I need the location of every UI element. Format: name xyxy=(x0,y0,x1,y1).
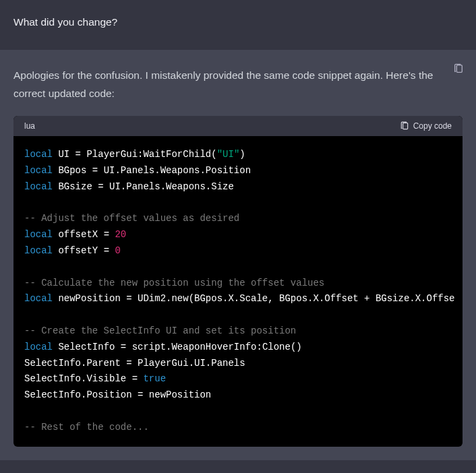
code-token: SelectInfo.Parent = PlayerGui.UI.Panels xyxy=(24,358,245,369)
code-token: -- Rest of the code... xyxy=(24,422,149,433)
code-token: 0 xyxy=(115,245,120,256)
clipboard-icon xyxy=(400,121,409,131)
copy-code-label: Copy code xyxy=(413,121,452,131)
code-token: -- Create the SelectInfo UI and set its … xyxy=(24,325,296,336)
code-token: SelectInfo = script.WeaponHoverInfo: xyxy=(53,342,262,352)
code-language-label: lua xyxy=(24,121,35,131)
code-token: local xyxy=(24,342,53,352)
code-token: local xyxy=(24,149,53,160)
code-token: BGsize = UI.Panels.Weapons.Size xyxy=(53,181,234,192)
code-token: local xyxy=(24,229,53,240)
code-token: SelectInfo.Visible = xyxy=(24,373,143,384)
code-token: () xyxy=(291,342,302,352)
assistant-intro-text: Apologies for the confusion. I mistakenl… xyxy=(13,66,463,102)
code-token: true xyxy=(143,373,166,384)
code-token: -- Calculate the new position using the … xyxy=(24,278,324,288)
code-token: offsetY = xyxy=(53,245,115,256)
user-message: What did you change? xyxy=(0,0,476,50)
code-token: "UI" xyxy=(217,149,240,160)
code-content[interactable]: local UI = PlayerGui:WaitForChild("UI") … xyxy=(13,136,463,446)
code-token: local xyxy=(24,165,53,176)
copy-code-button[interactable]: Copy code xyxy=(400,121,452,131)
assistant-message: Apologies for the confusion. I mistakenl… xyxy=(0,50,476,460)
code-token: -- Adjust the offset values as desired xyxy=(24,213,239,224)
code-token: local xyxy=(24,245,53,256)
clipboard-icon[interactable] xyxy=(453,63,464,74)
code-token: SelectInfo.Position = newPosition xyxy=(24,389,211,400)
code-token: 20 xyxy=(115,229,126,240)
code-token: ( xyxy=(211,149,216,160)
code-token: Clone xyxy=(262,342,291,352)
svg-rect-0 xyxy=(456,65,462,73)
code-token: WaitForChild xyxy=(143,149,211,160)
code-token: newPosition = UDim2.new(BGpos.X.Scale, B… xyxy=(53,293,455,304)
svg-rect-1 xyxy=(403,123,407,129)
code-token: UI = PlayerGui: xyxy=(53,149,143,160)
user-message-text: What did you change? xyxy=(13,16,117,28)
code-token: local xyxy=(24,181,53,192)
code-block: lua Copy code local UI = PlayerGui:WaitF… xyxy=(13,116,463,446)
code-header: lua Copy code xyxy=(13,116,463,136)
code-token: local xyxy=(24,293,53,304)
code-token: ) xyxy=(239,149,245,160)
code-token: offsetX = xyxy=(53,229,115,240)
code-token: BGpos = UI.Panels.Weapons.Position xyxy=(53,165,251,176)
